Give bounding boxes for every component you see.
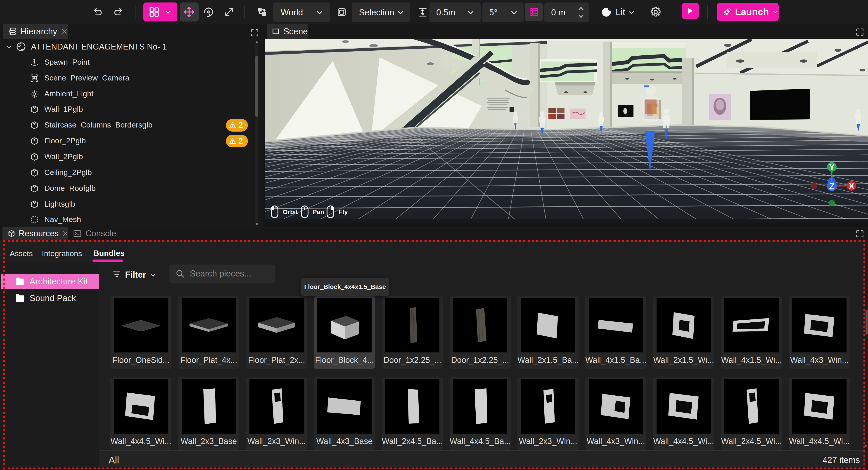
svg-text:Y: Y [829,162,835,172]
svg-text:X: X [848,181,855,191]
svg-text:Z: Z [829,181,835,191]
